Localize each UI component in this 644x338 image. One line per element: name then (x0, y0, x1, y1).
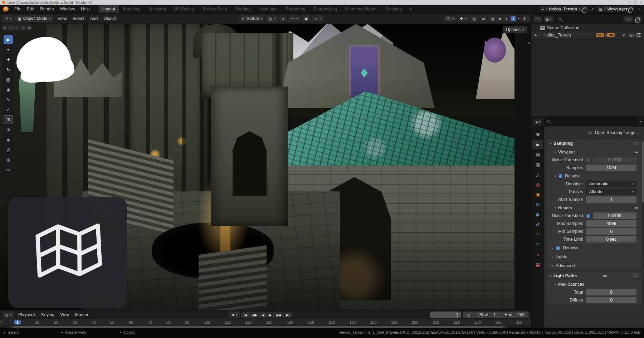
outliner-filter-dropdown[interactable]: ▽ ▾ (624, 16, 633, 22)
workspace-tab[interactable]: Rendering (282, 5, 309, 13)
render-denoise-checkbox[interactable] (556, 246, 560, 250)
overlays-toggle[interactable]: ◎ (470, 15, 478, 22)
select-lasso-mode[interactable]: ◇ (20, 25, 26, 30)
denoiser-dropdown[interactable]: Automatic ▾ (586, 181, 636, 187)
jump-to-start-button[interactable]: |◀ (241, 312, 249, 318)
select-circle-mode[interactable]: ◌ (14, 25, 20, 30)
measure-tool[interactable]: ∠ (4, 105, 13, 114)
physics-tab[interactable]: ↺ (532, 220, 543, 229)
transform-orientation-dropdown[interactable]: ⊕ Global ▾ (239, 15, 264, 22)
max-samples-field[interactable]: 4096 (586, 220, 636, 227)
editor-type-dropdown[interactable]: ⊡ ▾ (2, 15, 14, 22)
outliner-row-helios-terrain[interactable]: ▶ Helios_Terrain 137 6 104 (531, 31, 644, 39)
frame-tick[interactable]: 10 (35, 320, 40, 324)
passes-dropdown[interactable]: Albedo ▾ (586, 188, 636, 195)
frame-tick[interactable]: 210 (433, 320, 439, 324)
workspace-tab[interactable]: Texture Paint (198, 5, 231, 13)
workspace-tab[interactable]: Animation (255, 5, 282, 13)
use-preview-range-icon[interactable]: ◷ (463, 312, 475, 318)
3d-viewport[interactable]: ▸▢◌◇▨ Options ▾ « ▶+✚↻▧◉✎∠⊞⊕◈◎◍▭ (0, 24, 531, 310)
properties-search-input[interactable] (544, 118, 638, 125)
jump-to-end-button[interactable]: ▶| (284, 312, 292, 318)
cursor-tool[interactable]: + (4, 45, 13, 54)
view-layer-selector[interactable]: ▥ ▾ ViewLayer (596, 6, 635, 13)
frame-tick[interactable]: 1 (14, 320, 21, 324)
end-frame-field[interactable]: End 250 (500, 312, 529, 318)
workspace-tab[interactable]: Compositing (309, 5, 341, 13)
outliner-display-mode-dropdown[interactable]: ≡ ▾ (534, 16, 542, 22)
render-noise-threshold-checkbox[interactable] (586, 214, 591, 218)
viewport-samples-field[interactable]: 1024 (586, 165, 636, 171)
falloff-dropdown[interactable]: ∿ ▾ (312, 15, 323, 22)
menubar-menu[interactable]: Window (57, 6, 78, 12)
min-samples-field[interactable]: 0 (586, 228, 636, 235)
viewport-noise-threshold-field[interactable]: 0.1000 (593, 157, 636, 163)
mode-dropdown[interactable]: ▣ Object Mode ▾ (15, 15, 53, 22)
select-lasso-tool[interactable]: ◍ (4, 155, 13, 164)
properties-editor-dropdown[interactable]: ≡ ▾ (534, 119, 542, 125)
viewport-denoise-subpanel-header[interactable]: ▾ Denoise (547, 172, 641, 180)
viewport-menu[interactable]: View (55, 15, 70, 22)
frame-tick[interactable]: 70 (148, 320, 152, 324)
rendered-shading[interactable]: ◑ (511, 16, 516, 21)
pause-button[interactable]: ‖ (521, 15, 529, 22)
maximize-button[interactable]: □ (634, 1, 636, 4)
properties-options-dropdown[interactable]: ▾ (640, 120, 641, 123)
play-reverse-button[interactable]: ◀ (259, 312, 267, 318)
solid-shading[interactable]: ● (498, 16, 502, 21)
wireframe-shading[interactable]: ◍ (490, 16, 496, 21)
workspace-tab[interactable]: Sculpting (145, 5, 170, 13)
workspace-tab[interactable]: Layout (98, 5, 119, 13)
select-circle-tool[interactable]: ◎ (4, 145, 13, 154)
time-limit-field[interactable]: 0 sec (586, 236, 636, 243)
frame-tick[interactable]: 50 (110, 320, 114, 324)
workspace-tab[interactable]: Geometry Nodes (341, 5, 381, 13)
frame-tick[interactable]: 80 (166, 320, 171, 324)
frame-tick[interactable]: 170 (350, 320, 356, 324)
proportional-editing-toggle[interactable]: ◉ (302, 15, 311, 22)
draw-tool[interactable]: ◈ (4, 135, 13, 144)
outliner-filter-id-dropdown[interactable]: ▥ ▾ (544, 16, 553, 22)
timeline-menu[interactable]: Marker (72, 311, 91, 318)
disable-in-renders-icon[interactable] (636, 33, 641, 37)
play-button[interactable]: ▶ (267, 312, 274, 318)
frame-tick[interactable]: 180 (370, 320, 377, 324)
max-bounces-subpanel-header[interactable]: ▾ Max Bounces (547, 280, 641, 288)
minimize-button[interactable]: – (629, 1, 631, 4)
select-paint-mode[interactable]: ▨ (26, 25, 32, 30)
world-tab[interactable]: ◍ (532, 180, 543, 189)
timeline-scrollbar[interactable] (11, 326, 506, 328)
menubar-menu[interactable]: Edit (24, 6, 37, 12)
output-tab[interactable]: ▤ (532, 150, 543, 159)
frame-tick[interactable]: 60 (129, 320, 133, 324)
frame-tick[interactable]: 40 (92, 320, 96, 324)
material-tab[interactable]: ◑ (532, 250, 543, 259)
viewport-menu[interactable]: Add (87, 15, 101, 22)
open-shading-language-checkbox[interactable] (588, 131, 592, 135)
scale-tool[interactable]: ▧ (4, 75, 13, 84)
workspace-tab[interactable]: Scripting (381, 5, 406, 13)
frame-tick[interactable]: 240 (495, 320, 502, 324)
outliner-row-scene-collection[interactable]: Scene Collection (531, 24, 644, 31)
frame-tick[interactable]: 30 (73, 320, 77, 324)
blender-logo-icon[interactable] (3, 6, 9, 11)
outliner-search-input[interactable] (555, 16, 622, 22)
properties-scrollbar[interactable] (642, 141, 644, 202)
scene-selector[interactable]: ◒ ▾ Helios_Terrain (539, 6, 589, 13)
texture-tab[interactable]: ▦ (532, 260, 543, 269)
tool-tab[interactable]: ⚒ (532, 130, 543, 139)
total-bounces-field[interactable]: 8 (586, 289, 636, 295)
viewport-noise-threshold-checkbox[interactable] (586, 158, 591, 162)
workspace-tab[interactable]: Modeling (119, 5, 145, 13)
add-cube-tool[interactable]: ⊞ (4, 115, 13, 124)
select-box-mode[interactable]: ▢ (8, 25, 14, 30)
auto-keying-toggle[interactable]: ● ▾ (229, 312, 240, 318)
add-workspace-button[interactable]: + (407, 6, 415, 12)
light-paths-panel-header[interactable]: ▾ Light Paths ≔ ∷∷ (547, 271, 641, 280)
start-sample-field[interactable]: 1 (586, 196, 636, 203)
collection-enable-checkbox[interactable] (621, 33, 626, 38)
frame-tick[interactable]: 90 (185, 320, 190, 324)
frame-tick[interactable]: 150 (308, 320, 314, 324)
viewport-menu[interactable]: Object (101, 15, 119, 22)
viewport-subpanel-header[interactable]: ▾ Viewport ≔ (547, 148, 641, 156)
